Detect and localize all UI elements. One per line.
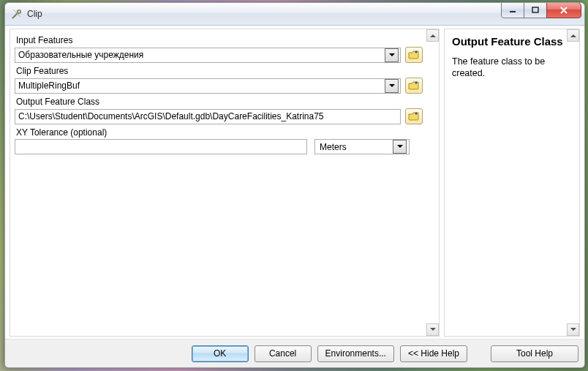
- clip-features-combo[interactable]: MultipleRingBuf: [15, 78, 401, 94]
- xy-tolerance-units-value: Meters: [320, 142, 347, 152]
- help-body: The feature class to be created.: [452, 56, 572, 80]
- input-features-combo[interactable]: Образовательные учреждения: [15, 48, 401, 63]
- input-features-dropdown-icon[interactable]: [385, 48, 399, 62]
- help-scroll-down-button[interactable]: [567, 323, 579, 336]
- help-scroll-up-button[interactable]: [567, 29, 579, 42]
- hide-help-button[interactable]: << Hide Help: [400, 345, 467, 362]
- output-fc-browse-button[interactable]: [405, 108, 423, 124]
- svg-rect-2: [532, 7, 538, 12]
- window-controls: [502, 2, 581, 18]
- input-features-browse-button[interactable]: [405, 47, 423, 63]
- ok-button[interactable]: OK: [192, 345, 249, 362]
- xy-tolerance-input[interactable]: [15, 139, 307, 154]
- cancel-button[interactable]: Cancel: [255, 345, 312, 362]
- input-features-label: Input Features: [16, 35, 423, 45]
- window-title: Clip: [27, 9, 497, 19]
- xy-tolerance-units-dropdown-icon[interactable]: [393, 140, 407, 154]
- xy-tolerance-units-combo[interactable]: Meters: [314, 139, 410, 154]
- xy-tolerance-label: XY Tolerance (optional): [16, 127, 423, 138]
- parameters-pane: Input Features Образовательные учреждени…: [10, 29, 440, 337]
- scroll-down-button[interactable]: [426, 323, 439, 336]
- help-title: Output Feature Class: [452, 35, 572, 48]
- clip-features-label: Clip Features: [16, 66, 423, 76]
- clip-features-value: MultipleRingBuf: [18, 80, 80, 91]
- svg-point-0: [18, 10, 20, 13]
- button-bar: OK Cancel Environments... << Hide Help T…: [5, 339, 584, 367]
- scroll-up-button[interactable]: [426, 29, 439, 42]
- tool-icon: [11, 8, 23, 20]
- client-area: Input Features Образовательные учреждени…: [5, 26, 584, 367]
- input-features-value: Образовательные учреждения: [18, 50, 143, 60]
- svg-rect-1: [510, 11, 516, 12]
- close-button[interactable]: [546, 2, 581, 18]
- titlebar[interactable]: Clip: [5, 3, 584, 26]
- minimize-button[interactable]: [501, 2, 524, 18]
- maximize-button[interactable]: [524, 2, 547, 18]
- output-fc-label: Output Feature Class: [16, 97, 423, 107]
- clip-features-browse-button[interactable]: [405, 78, 423, 94]
- help-pane: Output Feature Class The feature class t…: [444, 29, 580, 337]
- clip-features-dropdown-icon[interactable]: [385, 79, 399, 93]
- output-fc-input[interactable]: [15, 109, 401, 124]
- tool-help-button[interactable]: Tool Help: [491, 345, 578, 362]
- environments-button[interactable]: Environments...: [317, 345, 394, 362]
- clip-tool-window: Clip Input Features: [4, 2, 585, 368]
